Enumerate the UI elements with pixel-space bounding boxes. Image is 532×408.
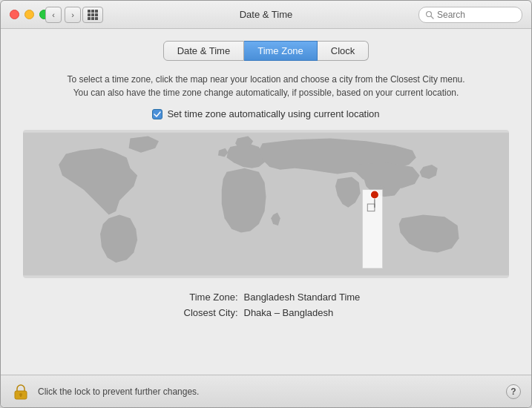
minimize-button[interactable] [24,10,34,19]
forward-button[interactable]: › [65,7,81,23]
svg-rect-9 [20,395,22,397]
checkmark-icon [154,111,161,117]
description-line2: You can also have the time zone change a… [16,86,516,99]
svg-line-1 [431,16,433,19]
search-bar[interactable] [418,7,522,23]
tab-time-zone[interactable]: Time Zone [244,41,318,61]
city-value: Dhaka – Bangladesh [244,307,334,318]
search-icon [425,10,434,19]
world-map-container[interactable] [23,130,509,278]
tab-clock[interactable]: Clock [318,41,370,61]
description-text: To select a time zone, click the map nea… [16,73,516,99]
window-controls [10,10,49,19]
description-line1: To select a time zone, click the map nea… [16,73,516,86]
grid-button[interactable] [82,7,103,23]
svg-point-5 [370,191,379,200]
city-row: Closest City: Dhaka – Bangladesh [140,307,422,318]
search-input[interactable] [437,10,516,20]
world-map-svg[interactable] [23,130,509,278]
titlebar: ‹ › Date & Time [1,1,531,29]
main-window: ‹ › Date & Time Date & Time Time Zone Cl… [0,0,532,408]
tab-date-time[interactable]: Date & Time [163,41,245,61]
tab-bar: Date & Time Time Zone Clock [16,41,516,61]
timezone-info: Time Zone: Bangladesh Standard Time Clos… [16,292,516,318]
window-title: Date & Time [240,9,293,20]
lock-description: Click the lock to prevent further change… [38,386,499,397]
content-area: Date & Time Time Zone Clock To select a … [1,29,531,318]
auto-timezone-label: Set time zone automatically using curren… [167,108,379,119]
auto-timezone-checkbox[interactable] [152,109,162,119]
svg-point-0 [427,11,432,16]
timezone-row: Time Zone: Bangladesh Standard Time [140,292,422,303]
lock-icon[interactable] [11,382,30,401]
close-button[interactable] [10,10,19,19]
nav-arrows: ‹ › [45,7,81,23]
timezone-value: Bangladesh Standard Time [244,292,361,303]
timezone-label: Time Zone: [140,292,244,303]
grid-icon [88,10,98,20]
bottom-bar: Click the lock to prevent further change… [1,375,531,407]
help-button[interactable]: ? [506,384,521,399]
auto-timezone-row: Set time zone automatically using curren… [16,108,516,119]
back-button[interactable]: ‹ [45,7,62,23]
city-label: Closest City: [140,307,244,318]
svg-rect-3 [363,190,383,269]
